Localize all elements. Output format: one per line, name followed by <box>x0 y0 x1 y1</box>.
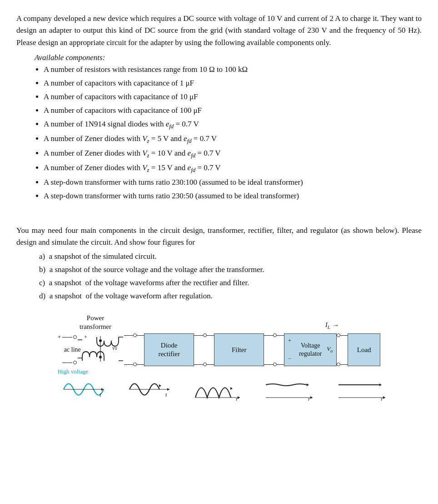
list-item: A number of capacitors with capacitance … <box>44 91 422 104</box>
voltage-regulator-block: + − Voltageregulator Vo <box>284 333 337 366</box>
svg-text:t: t <box>100 391 101 398</box>
list-item: A number of Zener diodes with Vz = 10 V … <box>44 147 422 161</box>
intro-paragraph: A company developed a new device which r… <box>16 13 422 49</box>
diode-rectifier-block: Dioderectifier <box>144 333 194 366</box>
svg-marker-31 <box>379 383 382 386</box>
list-item: A step-down transformer with turns ratio… <box>44 190 422 203</box>
svg-text:+: + <box>84 334 87 340</box>
waveform-3: t <box>193 376 241 401</box>
list-item: A number of 1N914 signal diodes with efd… <box>44 118 422 132</box>
svg-marker-22 <box>230 387 233 390</box>
plus-sign: + <box>288 338 291 345</box>
load-block: Load <box>348 333 380 366</box>
waveform-1: t <box>61 376 105 401</box>
power-transformer-label: Powertransformer <box>80 314 111 332</box>
list-item: A number of Zener diodes with Vz = 15 V … <box>44 161 422 176</box>
svg-text:vs: vs <box>112 344 117 351</box>
svg-marker-26 <box>307 383 309 386</box>
waveform-2: t <box>127 376 170 401</box>
list-item: A number of resistors with resistances r… <box>44 63 422 76</box>
svg-text:t: t <box>308 396 310 401</box>
flatdc-icon: t <box>336 376 386 401</box>
list-item-b: b) a snapshot of the source voltage and … <box>39 263 422 277</box>
sine-bw-icon: t <box>127 376 170 401</box>
svg-marker-21 <box>238 396 240 399</box>
svg-marker-25 <box>310 396 313 399</box>
svg-marker-30 <box>383 396 385 399</box>
section2-paragraph: You may need four main components in the… <box>16 225 422 303</box>
svg-text:t: t <box>165 391 167 398</box>
high-voltage-label: High voltage <box>58 368 89 375</box>
halfdc-icon: t <box>264 376 314 401</box>
sine-colored-icon: t <box>61 376 105 401</box>
transformer-symbol: + vs <box>78 333 123 365</box>
list-item: A number of Zener diodes with Vz = 5 V a… <box>44 132 422 146</box>
list-item-a: a) a snapshot of the simulated circuit. <box>39 250 422 263</box>
vo-label: Vo <box>327 346 333 354</box>
block-diagram-area: Powertransformer IL → <box>16 314 422 401</box>
list-item: A number of capacitors with capacitance … <box>44 104 422 117</box>
waveform-5: t <box>336 376 386 401</box>
svg-text:t: t <box>381 396 383 401</box>
filter-block: Filter <box>214 333 264 366</box>
il-label: IL → <box>325 322 339 330</box>
minus-sign: − <box>288 355 291 363</box>
list-item: A number of capacitors with capacitance … <box>44 77 422 90</box>
list-item: A step-down transformer with turns ratio… <box>44 176 422 189</box>
list-item-d: d) a snapshot of the voltage waveform af… <box>39 290 422 303</box>
waveform-4: t <box>264 376 314 401</box>
fullwave-icon: t <box>193 376 241 401</box>
list-item-c: c) a snapshot of the voltage waveforms a… <box>39 277 422 290</box>
ac-plus-label: + <box>58 333 61 341</box>
svg-marker-17 <box>167 388 169 391</box>
svg-text:t: t <box>236 396 238 401</box>
available-heading: Available components: <box>35 53 422 62</box>
available-list: A number of resistors with resistances r… <box>44 63 422 203</box>
waveform-row: t t t <box>52 376 386 401</box>
svg-marker-18 <box>159 384 161 387</box>
